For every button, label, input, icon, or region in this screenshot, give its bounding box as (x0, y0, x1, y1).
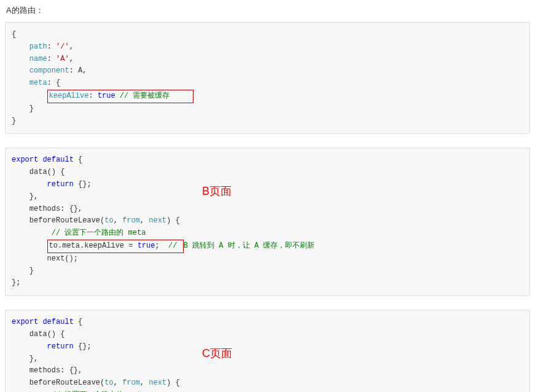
code-comment: // (168, 241, 182, 250)
code-block-a-route: { path: '/', name: 'A', component: A, me… (5, 22, 530, 134)
code-token: data (29, 168, 47, 176)
code-comment: // 设置下一个路由的 meta (52, 229, 146, 237)
code-token: to (104, 216, 113, 225)
code-token: true (98, 92, 115, 100)
code-token: default (42, 155, 73, 164)
code-token: methods (29, 205, 60, 213)
code-token: beforeRouteLeave (29, 216, 100, 225)
code-token: methods (29, 366, 60, 375)
code-token: component (29, 66, 69, 75)
code-token: 'A' (56, 55, 69, 63)
code-token: from (122, 216, 140, 225)
code-token: '/' (56, 42, 69, 51)
page-label-c: C页面 (202, 345, 232, 363)
code-token: next(); (47, 254, 78, 263)
code-token: return (47, 342, 74, 351)
code-token: next (149, 378, 166, 387)
code-token: export (12, 318, 38, 326)
code-token: data (29, 330, 47, 339)
code-comment: B 跳转到 A 时，让 A 缓存，即不刷新 (184, 241, 315, 250)
code-token: name (29, 55, 47, 63)
highlighted-line: to.meta.keepAlive = true; // (47, 240, 184, 253)
code-token: meta (29, 79, 47, 87)
code-token: path (29, 42, 47, 51)
code-token: from (122, 378, 140, 387)
section-heading: A的路由： (6, 5, 530, 16)
code-token: to.meta.keepAlive = (49, 241, 138, 250)
code-token: next (149, 216, 166, 225)
code-token: default (42, 318, 73, 326)
code-token: true (138, 241, 155, 250)
page-label-b: B页面 (202, 182, 232, 201)
code-token: A (78, 66, 82, 75)
code-token: to (104, 378, 113, 387)
code-block-b-page: B页面export default { data() { return {}; … (5, 147, 530, 296)
code-block-c-page: C页面export default { data() { return {}; … (5, 310, 530, 392)
code-token: beforeRouteLeave (29, 378, 100, 387)
code-token: export (12, 155, 38, 164)
code-token: keepAlive (49, 92, 89, 100)
code-token: return (47, 180, 74, 189)
code-token: ; (155, 241, 159, 250)
highlighted-line: keepAlive: true // 需要被缓存 (47, 90, 194, 103)
code-comment: // 需要被缓存 (120, 92, 170, 100)
